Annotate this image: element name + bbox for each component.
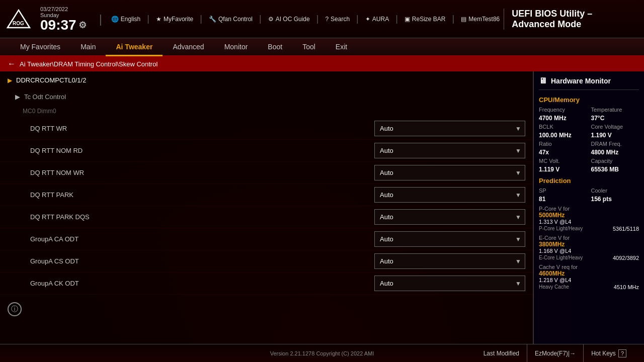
dq-rtt-nom-wr-label: DQ RTT NOM WR xyxy=(30,169,374,176)
fan-icon: 🔧 xyxy=(209,16,216,23)
tab-advanced[interactable]: Advanced xyxy=(163,38,214,56)
p-core-lh-value: 5361/5118 xyxy=(613,226,639,232)
tab-tool[interactable]: Tool xyxy=(292,38,326,56)
mc0-dimm0-label: MC0 Dimm0 xyxy=(0,105,533,118)
e-core-freq: 3800MHz xyxy=(539,241,639,248)
last-modified-button[interactable]: Last Modified xyxy=(476,344,527,363)
hot-keys-icon: ? xyxy=(618,349,626,357)
dq-rtt-nom-rd-dropdown-wrapper: Auto12 ▼ xyxy=(374,143,525,158)
cache-value: 1.218 V @L4 xyxy=(539,277,639,283)
setting-dq-rtt-nom-rd: DQ RTT NOM RD Auto12 ▼ xyxy=(0,140,533,162)
setting-dq-rtt-nom-wr: DQ RTT NOM WR Auto12 ▼ xyxy=(0,162,533,184)
setting-groupa-ca-odt: GroupA CA ODT Auto12 ▼ xyxy=(0,228,533,250)
dq-rtt-nom-wr-select[interactable]: Auto12 xyxy=(374,165,525,180)
resize-icon: ▣ xyxy=(405,16,410,23)
nav-aura-label: AURA xyxy=(372,16,389,23)
core-voltage-value: 1.190 V xyxy=(591,132,639,139)
core-voltage-label: Core Voltage xyxy=(591,124,639,130)
capacity-value: 65536 MB xyxy=(591,166,639,173)
tabbar: My Favorites Main Ai Tweaker Advanced Mo… xyxy=(0,38,644,56)
nav-item-resizebar[interactable]: ▣ ReSize BAR xyxy=(400,14,450,25)
dq-rtt-park-label: DQ RTT PARK xyxy=(30,191,374,199)
dq-rtt-park-select[interactable]: Auto12 xyxy=(374,187,525,203)
p-core-section: P-Core V for 5000MHz 1.313 V @L4 P-Core … xyxy=(539,206,639,232)
cache-v-label: Cache V req for xyxy=(539,264,639,270)
groupa-cs-odt-dropdown-wrapper: Auto12 ▼ xyxy=(374,253,525,269)
nav-item-search[interactable]: ? Search xyxy=(321,14,354,25)
tab-boot[interactable]: Boot xyxy=(258,38,292,56)
capacity-label: Capacity xyxy=(591,158,639,164)
rog-logo-area: ROG xyxy=(5,8,33,30)
groupa-ck-odt-dropdown-wrapper: Auto12 ▼ xyxy=(374,276,525,291)
bclk-value: 100.00 MHz xyxy=(539,132,587,139)
groupa-cs-odt-label: GroupA CS ODT xyxy=(30,257,374,265)
footer-right-buttons: Last Modified EzMode(F7)|→ Hot Keys ? xyxy=(476,344,634,363)
nav-english-label: English xyxy=(121,16,140,23)
expand-icon-2: ▶ xyxy=(15,93,20,101)
search-nav-icon: ? xyxy=(325,16,329,23)
settings-gear-icon[interactable]: ⚙ xyxy=(78,21,87,30)
mc-volt-label: MC Volt. xyxy=(539,158,587,164)
breadcrumb-path: Ai Tweaker\DRAM Timing Control\Skew Cont… xyxy=(20,60,157,68)
prediction-title: Prediction xyxy=(539,177,639,185)
groupa-ck-odt-select[interactable]: Auto12 xyxy=(374,276,525,291)
frequency-value: 4700 MHz xyxy=(539,115,587,122)
cooler-label: Cooler xyxy=(591,188,639,194)
p-core-value: 1.313 V @L4 xyxy=(539,219,639,225)
e-core-lh-label: E-Core Light/Heavy xyxy=(539,255,583,261)
aura-icon: ✦ xyxy=(365,16,370,23)
info-button[interactable]: ⓘ xyxy=(8,302,22,316)
e-core-lh-value: 4092/3892 xyxy=(613,255,639,261)
dq-rtt-wr-select[interactable]: Auto123 xyxy=(374,121,525,136)
heavy-cache: Heavy Cache 4510 MHz xyxy=(539,284,639,290)
nav-myfavorite-label: MyFavorite xyxy=(164,16,193,23)
hardware-monitor-label: Hardware Monitor xyxy=(551,77,611,85)
section-ddrcrcompctl[interactable]: ▶ DDRCRCOMPCTL0/1/2 xyxy=(0,71,533,89)
back-arrow-icon[interactable]: ← xyxy=(8,59,16,68)
dram-freq-value: 4800 MHz xyxy=(591,149,639,156)
nav-item-myfavorite[interactable]: ★ MyFavorite xyxy=(152,14,197,25)
nav-item-qfan[interactable]: 🔧 Qfan Control xyxy=(205,14,257,25)
star-icon: ★ xyxy=(156,16,162,23)
tab-exit[interactable]: Exit xyxy=(326,38,357,56)
groupa-ca-odt-select[interactable]: Auto12 xyxy=(374,231,525,247)
tab-my-favorites[interactable]: My Favorites xyxy=(10,38,70,56)
nav-item-aura[interactable]: ✦ AURA xyxy=(361,14,393,25)
date-value: 03/27/2022 xyxy=(40,6,68,12)
divider-6: | xyxy=(356,14,359,24)
cpu-memory-stats: Frequency Temperature 4700 MHz 37°C BCLK… xyxy=(539,107,639,173)
p-core-v-label: P-Core V for xyxy=(539,206,639,212)
tab-monitor[interactable]: Monitor xyxy=(214,38,258,56)
dq-rtt-nom-rd-label: DQ RTT NOM RD xyxy=(30,147,374,154)
dq-rtt-park-dqs-label: DQ RTT PARK DQS xyxy=(30,213,374,221)
temperature-value: 37°C xyxy=(591,115,639,122)
cache-freq: 4600MHz xyxy=(539,270,639,277)
setting-dq-rtt-wr: DQ RTT WR Auto123 ▼ xyxy=(0,118,533,140)
date-display: 03/27/2022 Sunday xyxy=(40,6,68,18)
e-core-light-heavy: E-Core Light/Heavy 4092/3892 xyxy=(539,255,639,261)
section-tc-odt[interactable]: ▶ Tc Odt Control xyxy=(0,89,533,105)
groupa-ca-odt-dropdown-wrapper: Auto12 ▼ xyxy=(374,231,525,247)
dq-rtt-nom-rd-select[interactable]: Auto12 xyxy=(374,143,525,158)
hot-keys-label: Hot Keys xyxy=(591,350,616,357)
ez-mode-label: EzMode(F7)|→ xyxy=(535,350,576,357)
expand-icon-1: ▶ xyxy=(8,77,12,84)
divider-8: | xyxy=(452,14,455,24)
nav-item-english[interactable]: 🌐 English xyxy=(107,14,144,25)
nav-item-memtest[interactable]: ▤ MemTest86 xyxy=(457,14,504,25)
tab-main[interactable]: Main xyxy=(70,38,106,56)
groupa-cs-odt-select[interactable]: Auto12 xyxy=(374,253,525,269)
svg-text:ROG: ROG xyxy=(13,21,24,26)
nav-item-aioc[interactable]: ⚙ AI OC Guide xyxy=(264,14,314,25)
e-core-v-label: E-Core V for xyxy=(539,235,639,241)
ez-mode-button[interactable]: EzMode(F7)|→ xyxy=(527,344,583,363)
dq-rtt-wr-label: DQ RTT WR xyxy=(30,125,374,132)
setting-dq-rtt-park-dqs: DQ RTT PARK DQS Auto12 ▼ xyxy=(0,206,533,228)
e-core-value: 1.168 V @L4 xyxy=(539,248,639,254)
version-text: Version 2.21.1278 Copyright (C) 2022 AMI xyxy=(270,350,374,356)
groupa-ck-odt-label: GroupA CK ODT xyxy=(30,280,374,287)
tab-ai-tweaker[interactable]: Ai Tweaker xyxy=(106,38,163,56)
hot-keys-button[interactable]: Hot Keys ? xyxy=(583,344,634,363)
dq-rtt-park-dqs-select[interactable]: Auto12 xyxy=(374,209,525,225)
monitor-icon: 🖥 xyxy=(539,76,547,85)
